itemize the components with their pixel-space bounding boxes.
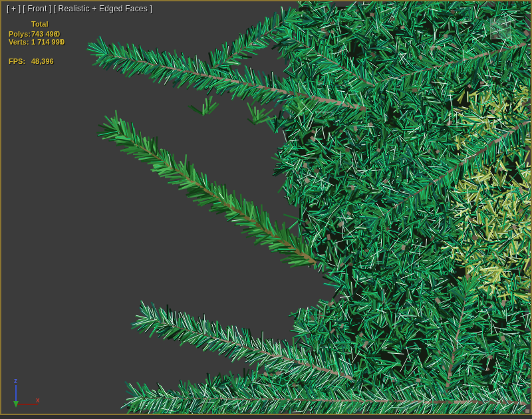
x-axis-label: x	[36, 396, 40, 404]
3dsmax-viewport-screenshot: [ + ][ Front ][ Realistic + Edged Faces …	[0, 0, 532, 419]
stats-verts-row: Verts: 1 714 995 0	[9, 38, 108, 47]
stats-total-label: Total	[31, 20, 48, 28]
stats-fps-label: FPS:	[9, 57, 25, 65]
stats-polys-selected: 0	[56, 30, 60, 38]
stats-polys-label: Polys:	[9, 30, 31, 38]
stats-polys-value: 743 496	[31, 30, 58, 38]
viewport-outside-area	[0, 415, 532, 419]
z-axis-label: z	[14, 377, 17, 384]
axis-tripod: z x	[8, 376, 51, 412]
stats-fps-value: 48,396	[31, 57, 54, 65]
viewcube-ghost[interactable]	[490, 19, 511, 39]
statistics-overlay: Total Polys: 743 496 0 Verts: 1 714 995 …	[9, 20, 115, 73]
stats-verts-value: 1 714 995	[31, 38, 64, 46]
stats-total-row: Total	[31, 20, 131, 29]
viewport-menu-bar: [ + ][ Front ][ Realistic + Edged Faces …	[7, 4, 154, 13]
stats-verts-selected: 0	[61, 38, 65, 46]
viewport-pov-menu[interactable]: [ Front ]	[23, 4, 51, 13]
viewport-general-menu[interactable]: [ + ]	[7, 4, 21, 13]
stats-verts-label: Verts:	[9, 38, 29, 46]
viewport-shading-menu[interactable]: [ Realistic + Edged Faces ]	[54, 4, 152, 13]
stats-fps-row: FPS: 48,396	[9, 57, 108, 66]
